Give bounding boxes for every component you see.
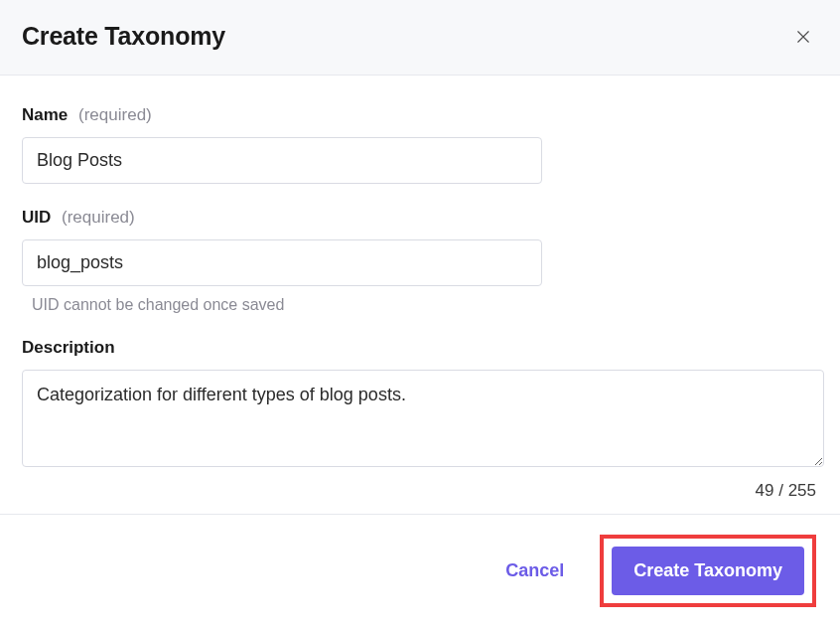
modal-title: Create Taxonomy [22,22,225,51]
description-field-group: Description 49 / 255 [22,338,818,501]
name-input[interactable] [22,137,542,184]
modal-body: Name (required) UID (required) UID canno… [0,76,840,514]
modal-footer: Cancel Create Taxonomy [0,514,840,629]
uid-helper-text: UID cannot be changed once saved [22,296,818,314]
name-field-group: Name (required) [22,105,818,184]
submit-button-highlight: Create Taxonomy [600,535,816,607]
uid-label-text: UID [22,208,51,227]
uid-required-hint: (required) [62,208,135,227]
uid-input[interactable] [22,239,542,286]
description-char-count: 49 / 255 [22,481,818,501]
description-label: Description [22,338,818,358]
uid-label: UID (required) [22,208,818,228]
name-required-hint: (required) [78,105,152,124]
modal-header: Create Taxonomy [0,0,840,76]
description-textarea[interactable] [22,370,824,467]
uid-field-group: UID (required) UID cannot be changed onc… [22,208,818,314]
create-taxonomy-button[interactable]: Create Taxonomy [612,547,804,595]
description-textarea-wrap [22,370,824,471]
close-button[interactable] [790,24,816,50]
description-label-text: Description [22,338,115,357]
create-taxonomy-modal: Create Taxonomy Name (required) UID (req… [0,0,840,629]
name-label-text: Name [22,105,68,124]
close-icon [794,28,812,46]
cancel-button[interactable]: Cancel [499,550,570,591]
name-label: Name (required) [22,105,818,125]
